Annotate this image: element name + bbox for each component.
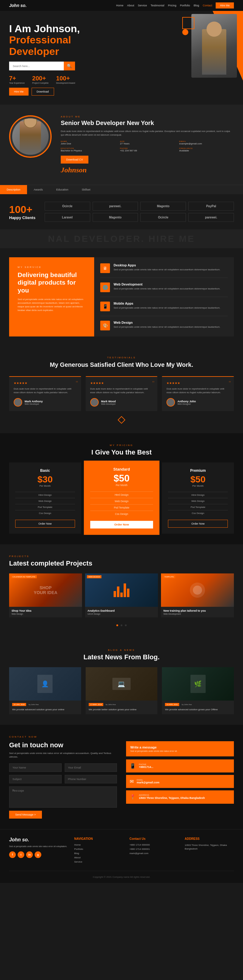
plan-price-premium: $50	[168, 474, 228, 485]
blog-tag-1: 22 JAN. 2020	[12, 703, 26, 706]
project-desc-3: Web Development	[163, 613, 232, 615]
contact-message-input[interactable]	[9, 786, 117, 808]
tab-education[interactable]: Education	[50, 185, 75, 194]
social-twitter[interactable]: t	[18, 851, 24, 858]
order-premium-button[interactable]: Order Now	[168, 520, 228, 528]
stat-label: Year Experience	[9, 82, 25, 84]
service-item-mobile: 📱 Mobile Apps Sed ut perspiciatis unde o…	[100, 302, 228, 316]
footer-nav-service[interactable]: Service	[74, 861, 123, 863]
order-standard-button[interactable]: Order Now	[90, 521, 153, 528]
project-card-2: WEB DESIGN Analytics Dashboard UI/UX Des…	[85, 573, 158, 617]
clients-number: 100+	[9, 204, 35, 215]
dot-2[interactable]	[121, 624, 122, 626]
hero-title-line3: Developer	[9, 46, 80, 57]
mobile-app-icon: 📱	[100, 302, 110, 311]
stat-experience: 7+ Year Experience	[9, 75, 25, 84]
tab-skillset[interactable]: Skillset	[75, 185, 97, 194]
detail-name-value: John Doe	[61, 142, 115, 145]
blog-card-2[interactable]: 💻 17 MAR. 2019 by John Ane We provide be…	[86, 667, 158, 714]
detail-name: NAME John Doe	[61, 140, 115, 145]
contact-subject-input[interactable]	[9, 775, 62, 783]
social-facebook[interactable]: f	[9, 851, 16, 858]
blog-date-2: by John Ane	[106, 703, 116, 705]
footer-address-text: 1/603 Three Shoreline, Tejgaon, Dhaka Ba…	[185, 843, 234, 851]
web-dev-icon: 🌐	[100, 282, 110, 292]
detail-email: EMAIL example@gmail.com	[179, 140, 234, 145]
address-icon: 📍	[130, 794, 136, 800]
tab-awards[interactable]: Awards	[27, 185, 50, 194]
author-1: Mark Anthony Web Developer	[14, 398, 77, 407]
project-info-3: New training plan tailored to you Web De…	[161, 607, 234, 617]
contact-grid: Get in touch now Sed ut perspiciatis und…	[9, 741, 234, 819]
nav-link-contact[interactable]: Contact	[203, 4, 212, 7]
pricing-card-basic: Basic $30 Per Month Html Design Web Desi…	[9, 462, 81, 534]
nav-link-pricing[interactable]: Pricing	[168, 4, 176, 7]
blog-card-3[interactable]: 🌿 21 APR. 2021 by John Ane We provide ad…	[162, 667, 234, 714]
contact-submit-button[interactable]: Send Message >	[9, 811, 42, 819]
contact-email-input[interactable]	[65, 764, 117, 772]
feature-2-premium: Web Design	[168, 498, 228, 504]
quote-icon-3: "	[229, 380, 231, 387]
social-linkedin[interactable]: in	[26, 851, 33, 858]
footer-nav-blog[interactable]: Blog	[74, 852, 123, 855]
write-message-title: Write a message	[130, 746, 230, 749]
search-button[interactable]: 🔍	[64, 62, 75, 70]
footer-logo: John so.	[9, 837, 68, 843]
desktop-app-icon: 🖥	[100, 263, 110, 273]
pricing-grid: Basic $30 Per Month Html Design Web Desi…	[9, 462, 234, 534]
service-section: MY SERVICE Delivering beautiful digital …	[0, 248, 243, 345]
logo-magento-2: Magento	[93, 213, 138, 222]
download-cv-button[interactable]: Download CV	[61, 156, 88, 164]
quote-icon-1: "	[76, 380, 78, 387]
social-google[interactable]: g	[35, 851, 41, 858]
feature-3-standard: Psd Template	[90, 504, 153, 511]
dot-1[interactable]	[116, 624, 118, 626]
order-basic-button[interactable]: Order Now	[15, 520, 75, 528]
project-info-2: Analytics Dashboard UI/UX Design	[85, 607, 158, 617]
nav-link-home[interactable]: Home	[116, 4, 123, 7]
project-desc-1: Web Design	[11, 613, 80, 615]
nav-links: Home About Service Testimonial Pricing P…	[116, 2, 234, 8]
hero-image	[146, 11, 243, 81]
contact-phone-input[interactable]	[65, 775, 117, 783]
plan-price-standard: $50	[90, 473, 153, 484]
footer-nav-portfolio[interactable]: Portfolio	[74, 848, 123, 850]
download-hero-button[interactable]: Download	[32, 88, 54, 95]
author-role-3: Web Designer	[177, 403, 196, 405]
footer-address-col: ADDRESS 1/603 Three Shoreline, Tejgaon, …	[185, 837, 234, 865]
author-role-2: Web Developer	[101, 403, 116, 405]
footer-nav-about[interactable]: About	[74, 856, 123, 859]
footer-contact-phone2: +880 1714 000001	[129, 848, 179, 850]
detail-education-value: Bachelor in Physics	[61, 149, 115, 152]
search-input[interactable]	[9, 62, 64, 70]
blog-meta-2: 17 MAR. 2019 by John Ane	[86, 700, 158, 707]
testimonials-subtitle: TESTIMONIALS	[9, 356, 234, 359]
copyright-text: Copyright © 2021 Company name All rights…	[93, 876, 150, 878]
tab-description[interactable]: Description	[0, 185, 27, 194]
footer-desc: Sed ut perspiciatis unde omnis iste natu…	[9, 845, 68, 848]
contact-name-input[interactable]	[9, 764, 62, 772]
footer-bottom: Copyright © 2021 Company name All rights…	[9, 871, 234, 878]
nav-link-about[interactable]: About	[127, 4, 134, 7]
footer-brand-col: John so. Sed ut perspiciatis unde omnis …	[9, 837, 68, 865]
blog-card-1[interactable]: 👤 22 JAN. 2020 by John Ane We provide ad…	[9, 667, 81, 714]
footer-nav-home[interactable]: Home	[74, 843, 123, 846]
nav-link-service[interactable]: Service	[138, 4, 147, 7]
footer-nav-col: NAVIGATION Home Portfolio Blog About Ser…	[74, 837, 123, 865]
pricing-title: I Give You the Best	[9, 449, 234, 456]
hire-me-button[interactable]: Hire Me	[216, 2, 234, 8]
nav-link-portfolio[interactable]: Portfolio	[180, 4, 190, 7]
stat-num: 100+	[56, 75, 75, 82]
nav-link-testimonial[interactable]: Testimonial	[151, 4, 164, 7]
stat-label: Development Award	[56, 82, 75, 84]
service-title: Delivering beautiful digital products fo…	[18, 271, 86, 294]
blog-date-1: by John Ane	[29, 703, 38, 705]
projects-subtitle: PROJECTS	[9, 555, 234, 558]
hero-search-form: 🔍	[9, 62, 80, 70]
footer-nav-heading: NAVIGATION	[74, 837, 123, 840]
dot-3[interactable]	[125, 624, 127, 626]
detail-age: AGE 27 Years	[120, 140, 175, 145]
hire-me-hero-button[interactable]: Hire Me	[9, 88, 29, 95]
nav-link-blog[interactable]: Blog	[193, 4, 199, 7]
contact-desc: Sed ut perspiciatis unde omnis iste natu…	[9, 751, 117, 759]
